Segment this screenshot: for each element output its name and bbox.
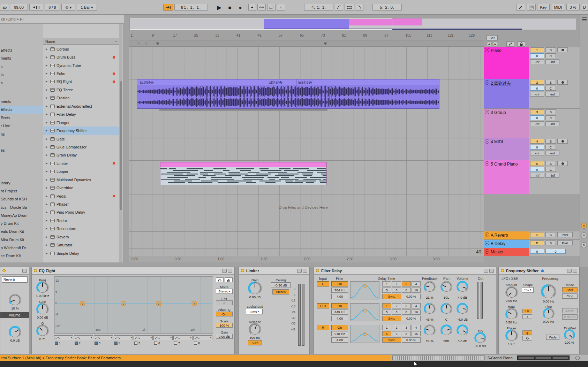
browser-device-row[interactable]: ▶ Resonators [43,225,119,233]
record-button[interactable]: ● [236,4,245,11]
eq-band-node[interactable]: 4 [191,301,197,306]
output-gain-value[interactable]: 0.00 dB [216,334,233,339]
volume-value[interactable]: 4.0 dB [453,296,472,299]
browser-device-row[interactable]: ▶ Erosion [43,94,119,102]
show-delay-toggle[interactable]: D [581,242,587,248]
delay-time-cell[interactable]: 4 [412,303,421,308]
sidebar-place[interactable]: Mira Drum Kit [0,236,43,244]
filter-res-value[interactable]: 4.00 [331,294,348,299]
solo-button[interactable]: S [545,139,556,144]
disclosure-arrow-icon[interactable]: ▶ [46,195,48,198]
device-header[interactable]: Filter Delay [314,267,496,275]
sync-button[interactable]: Sync [382,316,401,321]
filter-type-selector[interactable]: ▾ [134,335,153,340]
volume-knob[interactable] [458,326,467,335]
gain-value[interactable]: 0.00 dB [244,295,265,299]
delay-time-cell[interactable]: 4 [412,325,421,330]
browser-device-row[interactable]: ▶ Grain Delay [43,151,119,159]
draw-mode-button[interactable] [516,4,525,11]
track-title-area[interactable]: ▾ 2 回到过去 [484,79,529,108]
master-title-area[interactable]: ▸ Master [484,248,529,256]
filter-type-selector[interactable]: ▾ [153,335,173,340]
track-activator-button[interactable]: 4 [530,139,544,144]
filter-curve-display[interactable] [350,303,379,321]
delay-time-cell[interactable]: 5 [382,331,391,336]
sidebar-category[interactable]: ts [0,71,43,79]
volume-field[interactable]: -inf [530,151,544,155]
volume-knob[interactable] [458,304,467,314]
disclosure-arrow-icon[interactable]: ▶ [46,105,48,108]
sidebar-place[interactable]: Sounds of KSH [0,195,43,203]
punch-out-button[interactable] [355,4,363,11]
rate-sync-button[interactable]: ♪ [522,314,532,319]
panel-toggle-icon[interactable] [582,17,587,21]
spin-mode-button[interactable] [522,336,532,341]
delay-time-cell[interactable]: 16 [412,288,421,293]
filter-type-selector[interactable]: ▾ [54,335,73,340]
filter-on-button[interactable]: On [331,325,348,330]
filter-type-selector[interactable]: ▾ [94,335,113,340]
sidebar-place[interactable]: nt Project [0,187,43,195]
disclosure-arrow-icon[interactable]: ▶ [46,203,48,206]
lookahead-dropdown[interactable]: 3 ms▾ [246,309,263,314]
scrub-area[interactable]: ▷ ◁ [129,40,484,47]
release-knob[interactable] [250,324,260,335]
master-pan-value[interactable]: 0 [545,249,566,254]
disclosure-arrow-icon[interactable]: ▶ [46,219,48,222]
filter-freq-value[interactable]: 449 Hz [331,309,348,315]
audio-clip-huidaoguoqu[interactable]: 回到过去 回到过去 回到过去 [137,79,439,109]
eq-band-node[interactable]: 2 [121,301,126,306]
delay-time-cell[interactable]: 6 [392,288,401,293]
input-select-button[interactable]: L [317,281,329,286]
browser-device-row[interactable]: ▶ Flanger [43,118,119,127]
sidebar-category[interactable]: ns [0,130,43,138]
filter-type-selector[interactable]: ▾ [114,335,133,340]
delay-time-cell[interactable]: 2 [392,325,401,330]
band-enable-checkbox[interactable] [154,342,157,345]
follow-button[interactable] [163,4,173,11]
sidebar-category[interactable]: es [0,146,43,154]
feedback-knob[interactable] [425,326,435,335]
delay-time-cell[interactable]: 1 [382,325,391,330]
filter-on-button[interactable]: On [331,303,348,308]
delay-time-cell[interactable]: 16 [412,309,421,315]
play-button[interactable]: ▶ [215,4,224,11]
release-value[interactable]: 300 ms [244,336,265,339]
filter-type-selector[interactable]: ▾ [74,335,93,340]
volume-value[interactable]: -4.0 dB [453,318,472,321]
eq-band-node[interactable]: 3 [156,301,161,306]
group-fold-icon[interactable]: ▾ [485,110,489,114]
solo-button[interactable]: S [545,161,556,166]
browser-device-row[interactable]: ▶ Glue Compressor [43,143,119,151]
delay-time-cell[interactable]: 6 [392,331,401,336]
master-fold-icon[interactable]: ▸ [485,249,489,254]
loop-switch[interactable] [345,4,354,11]
disclosure-arrow-icon[interactable]: ▶ [46,178,48,181]
shift-mode-button[interactable]: Shift [562,287,578,292]
macro-knob-2-value[interactable]: 0.0 dB [5,338,25,342]
pan-control[interactable]: C [545,115,556,120]
track-activator-button[interactable]: 2 [530,80,544,85]
phase-mode-button[interactable]: φ [522,330,532,335]
dry-value[interactable]: -5.0 dB [471,344,490,348]
edit-ab-button[interactable]: A [216,300,233,305]
filter-type-selector[interactable]: ▾ [173,335,193,340]
tap-tempo-button[interactable]: ap [0,4,9,11]
arm-button[interactable] [557,161,568,166]
next-locator-button[interactable]: ▶ [493,41,498,47]
loop-start-marker[interactable]: ▷ [138,41,140,45]
disclosure-arrow-icon[interactable]: ▶ [46,252,48,255]
browser-device-row[interactable]: ▶ EQ Eight [43,78,119,86]
save-preset-icon[interactable] [573,269,577,273]
rate-hz-button[interactable]: Hz [522,309,532,313]
quantize-menu[interactable]: 1 Bar▾ [77,4,97,11]
delay-time-cell[interactable]: 2 [392,303,401,308]
wide-button[interactable]: Wide [546,335,559,340]
volume-field[interactable]: -inf [530,92,544,97]
capture-midi-button[interactable] [257,4,266,11]
eq-band-node[interactable]: 1 [80,301,85,306]
pre-post-toggle[interactable]: Post [557,240,573,245]
browser-device-row[interactable]: ▶ Drum Buss [43,53,119,61]
input-select-button[interactable]: R [317,325,329,330]
disclosure-arrow-icon[interactable]: ▶ [46,72,48,75]
